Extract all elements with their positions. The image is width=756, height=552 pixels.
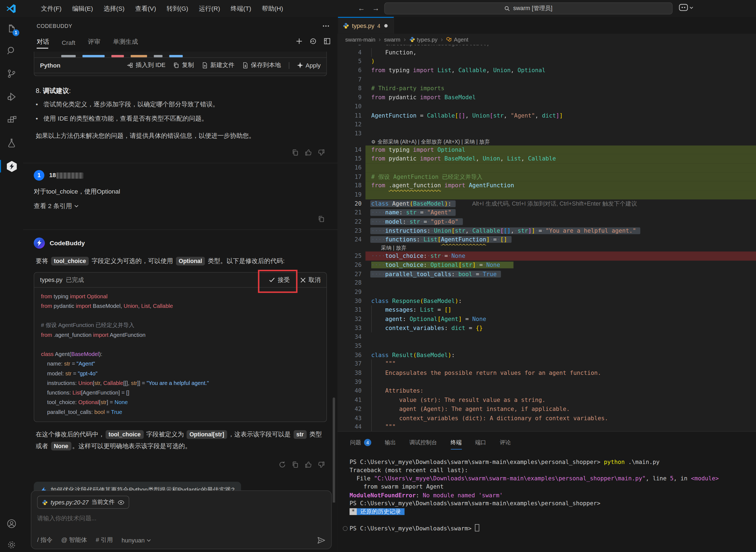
account-sidebar-icon[interactable] <box>6 518 17 529</box>
chat-input-placeholder[interactable]: 请输入你的技术问题... <box>37 515 326 523</box>
editor-line: 23····instructions:·Union[str,·Callable[… <box>337 226 756 235</box>
copy-icon[interactable] <box>292 149 299 156</box>
insert-icon <box>127 62 133 68</box>
editor-line: 34 <box>337 332 756 341</box>
breadcrumb-file[interactable]: types.py <box>409 36 437 42</box>
snippet-language: Python <box>40 62 61 68</box>
codebuddy-bolt <box>9 163 14 169</box>
terminal-line: ModuleNotFoundError: No module named 'sw… <box>350 491 756 500</box>
apply-button[interactable]: Apply <box>297 62 321 68</box>
view-references-link[interactable]: 查看 2 条引用 <box>34 202 325 211</box>
breadcrumb-symbol[interactable]: Agent <box>446 36 468 42</box>
terminal-line: PS C:\Users\v_myye\Downloads\swarm\swarm… <box>350 500 756 508</box>
code-line <box>41 340 320 350</box>
new-chat-icon[interactable] <box>296 37 303 44</box>
assistant-intro-text: 要将 tool_choice 字段定义为可选的，可以使用 Optional 类型… <box>23 249 338 267</box>
thumbs-up-icon[interactable] <box>305 461 312 468</box>
diff-inline-lens[interactable]: 采纳 | 放弃 <box>337 244 756 252</box>
regenerate-icon[interactable] <box>279 461 286 468</box>
active-indicator <box>0 160 1 172</box>
diff-status: 已完成 <box>66 276 84 284</box>
thumbs-up-icon[interactable] <box>305 149 312 156</box>
model-selector[interactable]: hunyuan <box>121 537 151 544</box>
run-debug-icon[interactable] <box>6 92 17 102</box>
editor-line: 27····parallel_tool_calls:·bool·=·True <box>337 270 756 279</box>
panel-tab-调试控制台[interactable]: 调试控制台 <box>409 438 437 446</box>
terminal-line <box>350 516 756 524</box>
new-file-button[interactable]: 新建文件 <box>202 61 234 70</box>
breadcrumb-root[interactable]: swarm-main <box>345 36 375 42</box>
diff-actions-lens[interactable]: ⚙全部采纳 (Alt+A) | 全部放弃 (Alt+X) | 采纳 | 放弃 <box>337 138 756 145</box>
testing-icon[interactable] <box>6 138 17 148</box>
tab-types-py[interactable]: types.py 4 <box>338 17 394 34</box>
editor-group: types.py 4 swarm-main › swarm › types.py… <box>337 17 756 552</box>
search-sidebar-icon[interactable] <box>6 45 17 56</box>
panel-tab-端口[interactable]: 端口 <box>475 438 487 446</box>
assistant-outro-text: 在这个修改后的代码中，tool_choice 字段被定义为 Optional[s… <box>23 422 338 451</box>
terminal-cursor[interactable] <box>475 524 479 531</box>
codebuddy-icon[interactable] <box>6 161 17 172</box>
codebuddy-tab[interactable]: 评审 <box>88 37 100 50</box>
unsaved-dot-icon[interactable] <box>384 24 388 27</box>
nav-forward-icon[interactable]: → <box>372 0 379 16</box>
codebuddy-tabs: 对话Craft评审单测生成 <box>23 35 338 50</box>
editor-line: 20class Agent(BaseModel):Alt+I 生成代码, Ctr… <box>337 199 756 208</box>
thumbs-down-icon[interactable] <box>318 461 325 468</box>
thumbs-down-icon[interactable] <box>318 149 325 156</box>
command-center-search[interactable]: swarm [管理员] <box>384 2 672 14</box>
chat-input-box[interactable]: types.py:20-27 当前文件 请输入你的技术问题... / 指令 @ … <box>31 491 332 549</box>
terminal-line: * 还原的历史记录 <box>350 508 756 516</box>
source-control-icon[interactable] <box>6 68 17 79</box>
search-query: swarm [管理员] <box>513 4 552 13</box>
menu-item[interactable]: 文件(F) <box>35 0 67 17</box>
send-icon[interactable] <box>317 537 325 544</box>
menu-item[interactable]: 转到(G) <box>161 0 194 17</box>
insert-to-ide-button[interactable]: 插入到 IDE <box>127 61 166 70</box>
menu-item[interactable]: 查看(V) <box>130 0 161 17</box>
menu-item[interactable]: 编辑(E) <box>67 0 98 17</box>
menu-item[interactable]: 运行(R) <box>194 0 225 17</box>
codebuddy-tab[interactable]: Craft <box>62 39 76 50</box>
copy-icon[interactable] <box>318 216 325 223</box>
eye-icon[interactable] <box>117 500 124 505</box>
history-icon[interactable] <box>310 37 317 44</box>
account-icon[interactable] <box>679 4 693 11</box>
editor-line: 14from typing import Optional <box>337 145 756 154</box>
panel-tab-输出[interactable]: 输出 <box>385 438 396 446</box>
panel-tab-问题[interactable]: 问题4 <box>350 438 371 446</box>
terminal[interactable]: PS C:\Users\v_myye\Downloads\swarm\swarm… <box>337 458 756 533</box>
copy-icon[interactable] <box>292 461 299 468</box>
chat-scrollbar[interactable] <box>333 398 335 503</box>
menu-item[interactable]: 选择(S) <box>98 0 130 17</box>
code-line: functions: List[AgentFunction] = [] <box>41 388 320 398</box>
context-file-chip[interactable]: types.py:20-27 当前文件 <box>37 496 129 509</box>
extensions-icon[interactable] <box>6 115 17 125</box>
assistant-message: 8. 调试建议: •尝试简化类定义，逐步添加字段，以确定哪个部分导致了错误。•使… <box>23 87 338 141</box>
menu-item[interactable]: 终端(T) <box>225 0 257 17</box>
panel-tab-终端[interactable]: 终端 <box>451 438 462 446</box>
editor-line: 25····tool_choice:·str·=·None <box>337 252 756 261</box>
code-line: tool_choice: Optional[str] = None <box>41 398 320 407</box>
editor-line: 41 value (str): The result value as a st… <box>337 396 756 405</box>
code-line: # 假设 AgentFunction 已经定义并导入 <box>41 321 320 330</box>
codebuddy-tab[interactable]: 对话 <box>37 37 49 50</box>
save-local-button[interactable]: 保存到本地 <box>242 61 281 70</box>
message-actions <box>23 211 338 229</box>
settings-gear-icon[interactable] <box>6 540 17 550</box>
menu-item[interactable]: 帮助(H) <box>257 0 289 17</box>
open-in-editor-icon[interactable] <box>323 37 331 44</box>
agents-button[interactable]: @ 智能体 <box>61 536 87 544</box>
references-button[interactable]: # 引用 <box>96 536 113 544</box>
nav-back-icon[interactable]: ← <box>358 0 365 16</box>
codebuddy-tab[interactable]: 单测生成 <box>113 37 138 50</box>
copy-code-button[interactable]: 复制 <box>173 61 194 70</box>
more-actions-icon[interactable] <box>322 22 330 30</box>
codebuddy-bolt <box>37 240 42 246</box>
cancel-button[interactable]: 取消 <box>301 276 321 284</box>
breadcrumb-dir[interactable]: swarm <box>384 36 401 42</box>
panel-tab-评论[interactable]: 评论 <box>500 438 511 446</box>
slash-commands-button[interactable]: / 指令 <box>37 536 52 544</box>
code-editor[interactable]: 3 ChatCompletionMessageToolCall,4 Functi… <box>337 45 756 431</box>
code-line <box>41 311 320 320</box>
editor-line: 15from pydantic import BaseModel, Union,… <box>337 154 756 163</box>
